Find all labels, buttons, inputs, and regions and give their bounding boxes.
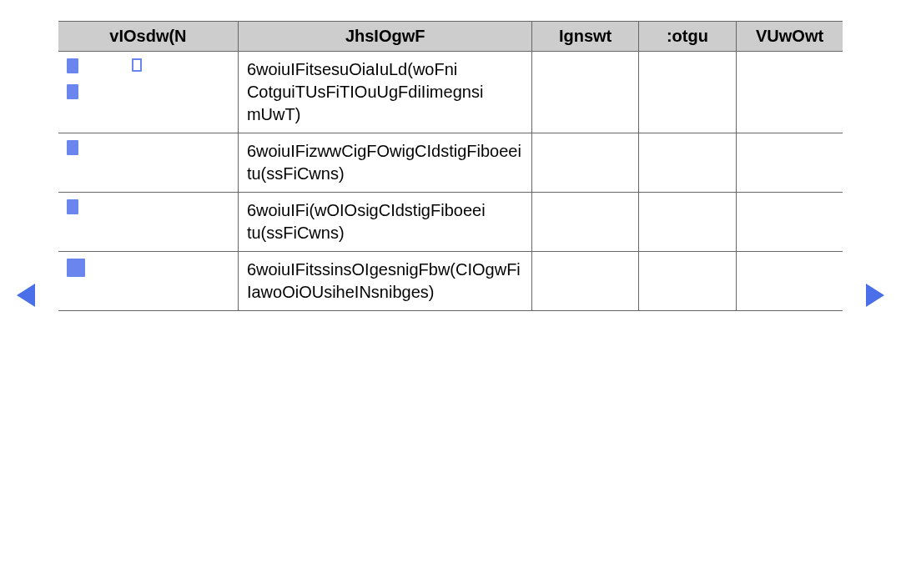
row-c4 <box>638 133 737 193</box>
table-header-row: vIOsdw(N JhsIOgwF Ignswt :otgu VUwOwt <box>58 22 843 52</box>
doc-icon <box>67 58 78 73</box>
row-c5 <box>737 193 843 252</box>
doc-icon <box>67 199 78 214</box>
doc-icon <box>67 84 78 99</box>
col-header-5: VUwOwt <box>737 22 843 52</box>
doc-icon <box>67 140 78 155</box>
row-c4 <box>638 193 737 252</box>
prev-page-arrow[interactable] <box>17 284 35 307</box>
row-c3 <box>532 252 638 311</box>
row-c4 <box>638 52 737 133</box>
next-page-arrow[interactable] <box>866 284 884 307</box>
table-row: 6woiuIFizwwCigFOwigCIdstigFiboeei tu(ssF… <box>58 133 843 193</box>
row-desc-cell: 6woiuIFitsesuOiaIuLd(woFni CotguiTUsFiTI… <box>238 52 532 133</box>
page-container: vIOsdw(N JhsIOgwF Ignswt :otgu VUwOwt <box>0 0 901 311</box>
row-desc-cell: 6woiuIFizwwCigFOwigCIdstigFiboeei tu(ssF… <box>238 133 532 193</box>
row-desc-cell: 6woiuIFitssinsOIgesnigFbw(CIOgwFi IawoOi… <box>238 252 532 311</box>
table-row: 6woiuIFi(wOIOsigCIdstigFiboeei tu(ssFiCw… <box>58 193 843 252</box>
col-header-3: Ignswt <box>532 22 638 52</box>
square-icon <box>67 259 85 277</box>
doc-outline-icon <box>132 58 142 72</box>
page-number <box>449 558 452 571</box>
row-c5 <box>737 252 843 311</box>
row-icons-cell <box>58 252 238 311</box>
row-c3 <box>532 133 638 193</box>
row-icons-cell <box>58 193 238 252</box>
row-c3 <box>532 52 638 133</box>
row-c5 <box>737 52 843 133</box>
row-c4 <box>638 252 737 311</box>
table-row: 6woiuIFitsesuOiaIuLd(woFni CotguiTUsFiTI… <box>58 52 843 133</box>
col-header-1: vIOsdw(N <box>58 22 238 52</box>
row-desc-cell: 6woiuIFi(wOIOsigCIdstigFiboeei tu(ssFiCw… <box>238 193 532 252</box>
row-icons-cell <box>58 52 238 133</box>
data-table: vIOsdw(N JhsIOgwF Ignswt :otgu VUwOwt <box>58 21 843 311</box>
row-c5 <box>737 133 843 193</box>
table-row: 6woiuIFitssinsOIgesnigFbw(CIOgwFi IawoOi… <box>58 252 843 311</box>
row-icons-cell <box>58 133 238 193</box>
col-header-4: :otgu <box>638 22 737 52</box>
row-c3 <box>532 193 638 252</box>
col-header-2: JhsIOgwF <box>238 22 532 52</box>
